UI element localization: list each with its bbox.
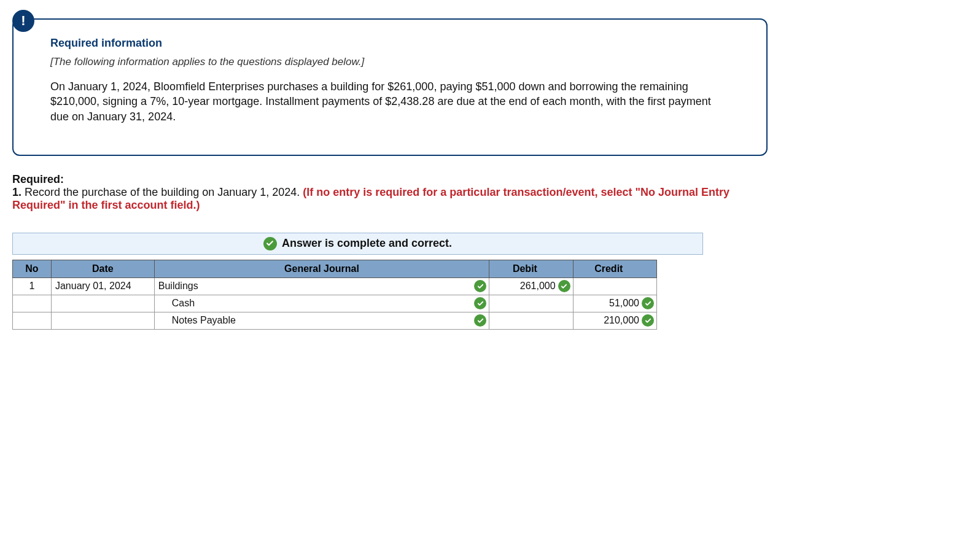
check-icon: [642, 297, 654, 309]
cell-debit[interactable]: [489, 295, 573, 312]
required-information-box: ! Required information [The following in…: [12, 18, 768, 156]
cell-debit[interactable]: 261,000: [489, 277, 573, 295]
required-label: Required:: [12, 173, 64, 185]
col-header-date: Date: [51, 260, 154, 277]
table-row: 1January 01, 2024Buildings261,000: [13, 277, 657, 295]
table-row: Cash51,000: [13, 295, 657, 312]
cell-date[interactable]: [51, 312, 154, 329]
cell-credit[interactable]: [573, 277, 656, 295]
required-information-body: On January 1, 2024, Bloomfield Enterpris…: [50, 79, 726, 124]
cell-credit[interactable]: 210,000: [573, 312, 656, 329]
cell-no[interactable]: [13, 312, 52, 329]
answer-section: Answer is complete and correct. No Date …: [12, 233, 703, 330]
cell-no[interactable]: 1: [13, 277, 52, 295]
cell-date[interactable]: January 01, 2024: [51, 277, 154, 295]
answer-status-banner: Answer is complete and correct.: [12, 233, 703, 255]
col-header-no: No: [13, 260, 52, 277]
required-item-text: Record the purchase of the building on J…: [21, 186, 303, 198]
gj-text: Cash: [172, 298, 195, 308]
cell-general-journal[interactable]: Cash: [154, 295, 489, 312]
cell-general-journal[interactable]: Buildings: [154, 277, 489, 295]
cell-date[interactable]: [51, 295, 154, 312]
table-row: Notes Payable210,000: [13, 312, 657, 329]
col-header-credit: Credit: [573, 260, 656, 277]
credit-text: 51,000: [609, 298, 639, 308]
check-icon: [474, 314, 486, 327]
required-section: Required: 1. Record the purchase of the …: [12, 173, 768, 212]
col-header-debit: Debit: [489, 260, 573, 277]
alert-icon: !: [12, 10, 34, 32]
cell-credit[interactable]: 51,000: [573, 295, 656, 312]
credit-text: 210,000: [604, 315, 639, 325]
required-information-title: Required information: [50, 37, 742, 50]
gj-text: Buildings: [158, 281, 198, 291]
alert-icon-glyph: !: [21, 13, 25, 29]
cell-debit[interactable]: [489, 312, 573, 329]
answer-status-text: Answer is complete and correct.: [282, 237, 452, 250]
check-icon: [558, 280, 570, 292]
col-header-gj: General Journal: [154, 260, 489, 277]
gj-text: Notes Payable: [172, 315, 236, 325]
check-icon: [474, 280, 486, 292]
check-icon: [474, 297, 486, 309]
cell-general-journal[interactable]: Notes Payable: [154, 312, 489, 329]
debit-text: 261,000: [520, 281, 556, 291]
journal-table: No Date General Journal Debit Credit 1Ja…: [12, 260, 657, 330]
cell-no[interactable]: [13, 295, 52, 312]
required-item-number: 1.: [12, 186, 21, 198]
required-information-note: [The following information applies to th…: [50, 56, 742, 68]
check-icon: [263, 237, 277, 250]
check-icon: [642, 314, 654, 327]
